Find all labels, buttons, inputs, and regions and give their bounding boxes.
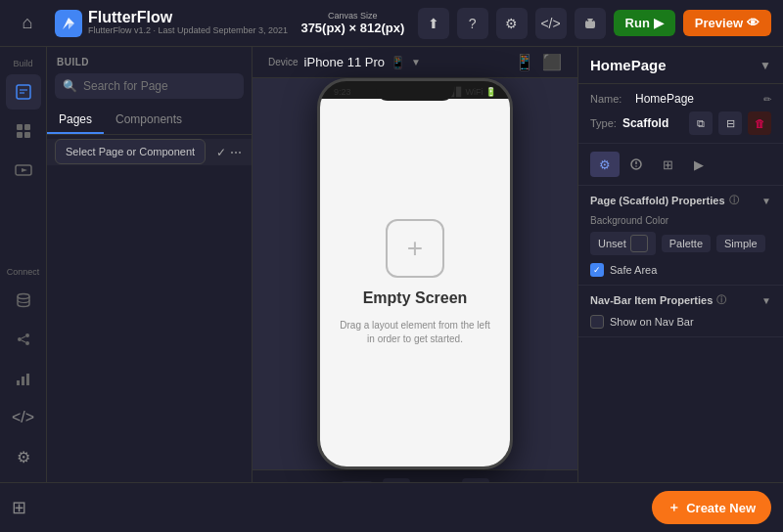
- unset-button[interactable]: Unset: [590, 232, 656, 255]
- sidebar-api-icon[interactable]: [6, 322, 41, 357]
- copy-icon-btn[interactable]: ⧉: [689, 111, 713, 135]
- device-name: iPhone 11 Pro: [304, 55, 385, 69]
- canvas-scroll: 9:23 ▊▊ WiFi 🔋 + Empty Screen Drag a lay…: [253, 78, 577, 469]
- page-more-icon[interactable]: ⋯: [230, 146, 242, 159]
- tooltip: Select Page or Component: [55, 139, 206, 164]
- home-icon[interactable]: ⌂: [12, 8, 43, 39]
- run-button[interactable]: Run ▶: [614, 10, 675, 36]
- device-selector[interactable]: Device iPhone 11 Pro 📱 ▼: [268, 55, 421, 69]
- name-value: HomePage: [635, 92, 694, 106]
- sidebar-settings-icon[interactable]: ⚙: [6, 439, 41, 474]
- build-label: Build: [13, 59, 32, 68]
- name-section: Name: HomePage ✏ Type: Scaffold ⧉ ⊟ 🗑: [578, 84, 783, 144]
- panel-header: Build: [47, 47, 252, 73]
- topbar: ⌂ FlutterFlow FlutterFlow v1.2 · Last Up…: [0, 0, 783, 47]
- svg-point-16: [18, 337, 22, 341]
- sidebar-pages-icon[interactable]: [6, 74, 41, 110]
- palette-button[interactable]: Palette: [662, 235, 711, 252]
- search-icon: 🔍: [63, 79, 77, 93]
- pages-panel: Build 🔍 Pages Components Select Page or …: [47, 47, 253, 482]
- sidebar-code-icon[interactable]: </>: [6, 400, 41, 435]
- svg-point-5: [591, 20, 593, 22]
- right-chevron-icon[interactable]: ▼: [760, 59, 771, 72]
- search-input[interactable]: [83, 79, 236, 93]
- canvas-size-value: 375(px) × 812(px): [300, 21, 404, 35]
- delete-icon-btn[interactable]: 🗑: [748, 111, 771, 135]
- show-nav-bar-label: Show on Nav Bar: [610, 316, 694, 328]
- topbar-right: ⬆ ? ⚙ </> Run ▶ Preview 👁: [418, 8, 771, 39]
- bottom-bar: ⊞ ＋ Create New: [0, 482, 783, 532]
- svg-rect-6: [17, 85, 30, 99]
- type-action-icons: ⧉ ⊟ 🗑: [689, 111, 771, 135]
- bg-color-label: Background Color: [590, 215, 771, 226]
- app-name: FlutterFlow: [88, 10, 288, 25]
- grid-icon[interactable]: ⊞: [12, 497, 26, 518]
- type-label: Type:: [590, 117, 617, 129]
- phone-frame: 9:23 ▊▊ WiFi 🔋 + Empty Screen Drag a lay…: [317, 78, 513, 469]
- search-bar[interactable]: 🔍: [55, 73, 244, 99]
- chevron-down-icon: ▼: [411, 57, 421, 67]
- code-icon[interactable]: </>: [535, 8, 567, 39]
- svg-line-19: [22, 336, 25, 338]
- panel-tabs: Pages Components: [47, 107, 252, 135]
- create-new-button[interactable]: ＋ Create New: [652, 491, 771, 524]
- svg-point-26: [635, 165, 637, 167]
- canvas-size-label: Canvas Size: [328, 11, 378, 21]
- preview-label: Preview: [695, 16, 743, 30]
- tab-icon-settings[interactable]: ⚙: [590, 152, 620, 177]
- svg-point-15: [18, 294, 29, 299]
- simple-button[interactable]: Simple: [716, 235, 765, 252]
- tab-icon-play[interactable]: ▶: [684, 152, 714, 177]
- svg-rect-9: [17, 124, 23, 130]
- info-icon[interactable]: ⓘ: [729, 194, 739, 207]
- nav-bar-section: Nav-Bar Item Properties ⓘ ▼ Show on Nav …: [578, 286, 783, 337]
- tablet-view-icon[interactable]: ⬛: [542, 53, 562, 71]
- safe-area-checkbox[interactable]: ✓: [590, 263, 604, 277]
- android-icon[interactable]: [575, 8, 606, 39]
- page-actions: ✓ ⋯: [216, 146, 242, 159]
- scaffold-section: Page (Scaffold) Properties ⓘ ▼ Backgroun…: [578, 186, 783, 286]
- empty-screen-desc: Drag a layout element from the left in o…: [320, 319, 510, 346]
- tab-pages[interactable]: Pages: [47, 107, 104, 134]
- svg-rect-21: [17, 380, 20, 385]
- sidebar-database-icon[interactable]: [6, 283, 41, 318]
- svg-rect-22: [22, 377, 24, 385]
- nav-bar-title-text: Nav-Bar Item Properties: [590, 294, 713, 306]
- mobile-view-icon[interactable]: 📱: [515, 53, 534, 71]
- color-box[interactable]: [630, 235, 648, 252]
- scaffold-section-title: Page (Scaffold) Properties ⓘ: [590, 194, 739, 207]
- nav-info-icon[interactable]: ⓘ: [716, 293, 726, 307]
- tab-icon-actions[interactable]: [622, 152, 651, 177]
- nav-collapse-icon[interactable]: ▼: [761, 295, 771, 306]
- palette-label: Palette: [669, 238, 703, 249]
- phone-time: 9:23: [334, 87, 351, 97]
- name-row: Name: HomePage ✏: [590, 92, 771, 106]
- tab-components[interactable]: Components: [104, 107, 194, 134]
- svg-point-4: [586, 20, 588, 22]
- show-nav-bar-row: Show on Nav Bar: [590, 315, 771, 329]
- eye-icon: 👁: [747, 16, 760, 30]
- svg-rect-10: [24, 124, 30, 130]
- sidebar-chart-icon[interactable]: [6, 361, 41, 396]
- upload-icon[interactable]: ⬆: [418, 8, 449, 39]
- name-label: Name:: [590, 93, 629, 105]
- wrap-icon-btn[interactable]: ⊟: [718, 111, 742, 135]
- preview-button[interactable]: Preview 👁: [683, 10, 771, 36]
- sidebar-media-icon[interactable]: [6, 153, 41, 188]
- create-plus-icon: ＋: [668, 499, 680, 516]
- empty-icon: +: [386, 219, 444, 278]
- right-panel: HomePage ▼ Name: HomePage ✏ Type: Scaffo…: [577, 47, 783, 482]
- canvas-area: Device iPhone 11 Pro 📱 ▼ 📱 ⬛ 9:23 ▊▊ WiF…: [253, 47, 577, 482]
- edit-icon[interactable]: ✏: [763, 94, 771, 105]
- help-icon[interactable]: ?: [457, 8, 488, 39]
- tab-icon-layout[interactable]: ⊞: [653, 152, 682, 177]
- settings-icon[interactable]: ⚙: [496, 8, 528, 39]
- plus-icon: +: [407, 233, 423, 264]
- scaffold-collapse-icon[interactable]: ▼: [761, 196, 771, 206]
- play-icon: ▶: [654, 16, 664, 30]
- sidebar-widgets-icon[interactable]: [6, 113, 41, 149]
- show-nav-bar-checkbox[interactable]: [590, 315, 604, 329]
- page-check-icon[interactable]: ✓: [216, 146, 226, 159]
- type-value: Scaffold: [622, 116, 668, 130]
- right-page-name: HomePage: [590, 57, 667, 73]
